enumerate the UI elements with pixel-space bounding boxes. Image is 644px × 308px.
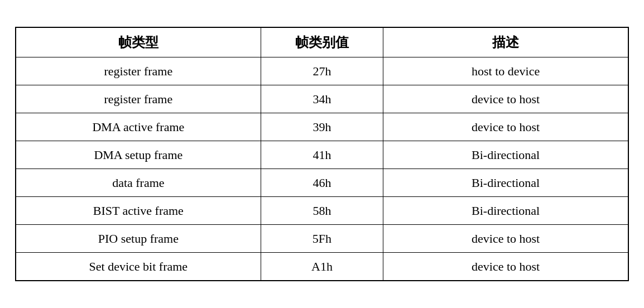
cell-desc: device to host [383,225,628,253]
cell-type: data frame [16,169,261,197]
table-row: DMA active frame39hdevice to host [16,113,628,141]
table-row: data frame46hBi-directional [16,169,628,197]
cell-value: 39h [261,113,383,141]
table-row: register frame27hhost to device [16,57,628,85]
cell-desc: device to host [383,113,628,141]
cell-value: 58h [261,197,383,225]
cell-type: DMA setup frame [16,141,261,169]
table-row: BIST active frame58hBi-directional [16,197,628,225]
cell-value: 5Fh [261,225,383,253]
cell-type: BIST active frame [16,197,261,225]
cell-desc: Bi-directional [383,169,628,197]
cell-type: register frame [16,57,261,85]
cell-desc: device to host [383,253,628,281]
table-row: PIO setup frame5Fhdevice to host [16,225,628,253]
table-row: Set device bit frameA1hdevice to host [16,253,628,281]
header-desc: 描述 [383,27,628,57]
cell-value: 41h [261,141,383,169]
header-row: 帧类型 帧类别值 描述 [16,27,628,57]
frame-table: 帧类型 帧类别值 描述 register frame27hhost to dev… [15,27,629,281]
cell-desc: device to host [383,85,628,113]
cell-value: 46h [261,169,383,197]
cell-desc: Bi-directional [383,141,628,169]
cell-type: register frame [16,85,261,113]
cell-value: 34h [261,85,383,113]
cell-type: PIO setup frame [16,225,261,253]
cell-desc: Bi-directional [383,197,628,225]
table-row: DMA setup frame41hBi-directional [16,141,628,169]
cell-type: DMA active frame [16,113,261,141]
main-container: 帧类型 帧类别值 描述 register frame27hhost to dev… [15,27,629,281]
cell-desc: host to device [383,57,628,85]
cell-value: A1h [261,253,383,281]
table-row: register frame34hdevice to host [16,85,628,113]
header-value: 帧类别值 [261,27,383,57]
cell-value: 27h [261,57,383,85]
cell-type: Set device bit frame [16,253,261,281]
header-type: 帧类型 [16,27,261,57]
